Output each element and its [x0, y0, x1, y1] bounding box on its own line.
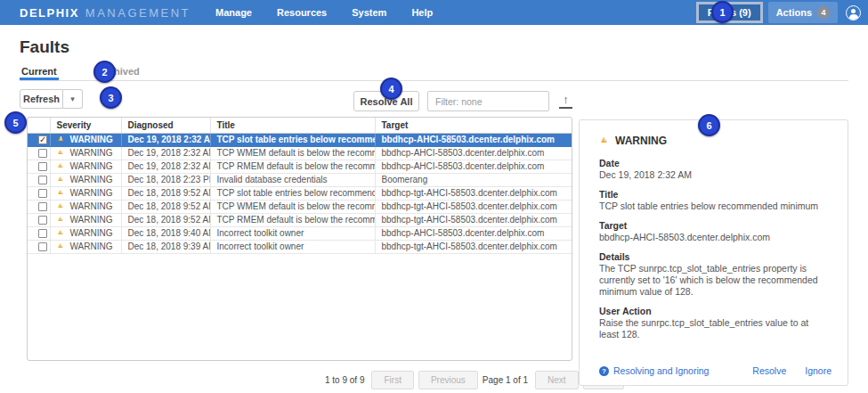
table-row[interactable]: WARNING Dec 18, 2018 9:52 AM TCP WMEM de… — [28, 200, 572, 213]
target-value: Boomerang — [375, 173, 572, 186]
export-icon[interactable]: ↑ — [559, 93, 572, 109]
diagnosed-value: Dec 18, 2018 9:40 AM — [121, 226, 210, 240]
table-row[interactable]: WARNING Dec 19, 2018 2:32 AM TCP slot ta… — [28, 133, 572, 146]
diagnosed-value: Dec 18, 2018 9:39 AM — [121, 240, 210, 253]
target-value: bbdhcp-tgt-AHCI-58503.dcenter.delphix.co… — [375, 213, 572, 226]
row-checkbox[interactable] — [38, 149, 47, 158]
fault-title-value: TCP WMEM default is below the recommende… — [210, 146, 375, 160]
page-title: Faults — [20, 37, 69, 57]
severity-value: WARNING — [70, 228, 113, 238]
severity-column-header[interactable]: Severity — [50, 118, 121, 133]
warning-icon — [57, 202, 67, 211]
delphix-logo: DELPHIX MANAGEMENT — [20, 6, 191, 20]
detail-date-label: Date — [599, 158, 828, 168]
table-row[interactable]: WARNING Dec 19, 2018 2:32 AM TCP RMEM de… — [28, 160, 572, 173]
row-checkbox[interactable] — [38, 176, 47, 184]
severity-value: WARNING — [70, 148, 113, 158]
nav-resources[interactable]: Resources — [277, 7, 327, 18]
annotation-badge-4: 4 — [380, 78, 402, 100]
faults-table: Severity Diagnosed Title Target WARNING … — [27, 117, 572, 361]
detail-target-label: Target — [599, 220, 828, 231]
fault-title-value: TCP slot table entries below recommended… — [210, 133, 375, 146]
nav-help[interactable]: Help — [411, 7, 433, 18]
row-checkbox[interactable] — [38, 162, 47, 171]
severity-value: WARNING — [70, 201, 113, 211]
diagnosed-value: Dec 18, 2018 9:52 AM — [121, 213, 210, 226]
diagnosed-value: Dec 18, 2018 2:23 PM — [121, 173, 210, 186]
resolve-link[interactable]: Resolve — [752, 365, 786, 376]
table-row[interactable]: WARNING Dec 18, 2018 2:23 PM Invalid dat… — [28, 173, 572, 186]
warning-icon — [57, 189, 67, 198]
user-avatar-icon[interactable] — [846, 5, 861, 20]
annotation-badge-6: 6 — [698, 114, 720, 136]
warning-icon — [57, 149, 67, 158]
top-header-bar: DELPHIX MANAGEMENT Manage Resources Syst… — [0, 0, 868, 25]
resolving-and-ignoring-link[interactable]: ? Resolving and Ignoring — [599, 365, 709, 376]
ignore-link[interactable]: Ignore — [805, 365, 831, 376]
tab-bar: Current Archived — [20, 66, 848, 81]
target-column-header[interactable]: Target — [375, 118, 572, 133]
nav-manage[interactable]: Manage — [215, 7, 252, 18]
fault-detail-panel: WARNING Date Dec 19, 2018 2:32 AM Title … — [579, 119, 848, 386]
detail-severity: WARNING — [615, 135, 667, 147]
table-row[interactable]: WARNING Dec 18, 2018 9:52 AM TCP slot ta… — [28, 186, 572, 200]
detail-date-value: Dec 19, 2018 2:32 AM — [599, 169, 828, 181]
first-page-button[interactable]: First — [371, 371, 413, 389]
fault-title-value: Incorrect toolkit owner — [210, 226, 375, 240]
diagnosed-value: Dec 19, 2018 2:32 AM — [121, 146, 210, 160]
row-checkbox[interactable] — [38, 189, 47, 198]
diagnosed-value: Dec 19, 2018 2:32 AM — [121, 133, 210, 146]
warning-icon — [57, 176, 67, 184]
target-value: bbdhcp-AHCI-58503.dcenter.delphix.com — [375, 160, 572, 173]
warning-icon — [57, 242, 67, 251]
warning-icon — [57, 216, 67, 225]
annotation-badge-5: 5 — [4, 111, 27, 134]
diagnosed-column-header[interactable]: Diagnosed — [121, 118, 210, 133]
row-checkbox[interactable] — [38, 135, 47, 144]
target-value: bbdhcp-tgt-AHCI-58503.dcenter.delphix.co… — [375, 240, 572, 253]
detail-user-action-value: Raise the sunrpc.tcp_slot_table_entries … — [599, 317, 828, 340]
fault-title-value: TCP RMEM default is below the recommende… — [210, 213, 375, 226]
top-nav: Manage Resources System Help — [215, 7, 458, 18]
title-column-header[interactable]: Title — [210, 118, 375, 133]
previous-page-button[interactable]: Previous — [418, 371, 478, 389]
refresh-button-group: Refresh ▾ — [20, 89, 83, 109]
row-checkbox[interactable] — [38, 229, 47, 238]
refresh-dropdown-caret-icon[interactable]: ▾ — [63, 89, 83, 109]
fault-title-value: Incorrect toolkit owner — [210, 240, 375, 253]
diagnosed-value: Dec 18, 2018 9:52 AM — [121, 200, 210, 213]
detail-target-value: bbdhcp-AHCI-58503.dcenter.delphix.com — [599, 232, 828, 243]
diagnosed-value: Dec 19, 2018 2:32 AM — [121, 160, 210, 173]
detail-title-label: Title — [599, 189, 828, 200]
detail-details-value: The TCP sunrpc.tcp_slot_table_entries pr… — [599, 263, 828, 298]
filter-input[interactable] — [427, 91, 549, 111]
row-checkbox[interactable] — [38, 202, 47, 211]
table-row[interactable]: WARNING Dec 18, 2018 9:40 AM Incorrect t… — [28, 226, 572, 240]
select-column-header — [28, 118, 50, 133]
table-row[interactable]: WARNING Dec 18, 2018 9:39 AM Incorrect t… — [28, 240, 572, 253]
warning-icon — [57, 135, 67, 144]
next-page-button[interactable]: Next — [535, 371, 579, 389]
warning-icon — [599, 135, 609, 146]
target-value: bbdhcp-AHCI-58503.dcenter.delphix.com — [375, 226, 572, 240]
fault-title-value: TCP WMEM default is below the recommende… — [210, 200, 375, 213]
table-row[interactable]: WARNING Dec 19, 2018 2:32 AM TCP WMEM de… — [28, 146, 572, 160]
brand-name: DELPHIX — [20, 6, 79, 20]
help-icon: ? — [599, 366, 609, 376]
target-value: bbdhcp-AHCI-58503.dcenter.delphix.com — [375, 133, 572, 146]
annotation-badge-2: 2 — [93, 61, 116, 83]
row-checkbox[interactable] — [38, 242, 47, 251]
nav-system[interactable]: System — [352, 7, 386, 18]
row-checkbox[interactable] — [38, 216, 47, 225]
help-link-label: Resolving and Ignoring — [613, 365, 709, 376]
target-value: bbdhcp-tgt-AHCI-58503.dcenter.delphix.co… — [375, 186, 572, 200]
actions-button[interactable]: Actions 4 — [768, 2, 838, 23]
fault-table-body: WARNING Dec 19, 2018 2:32 AM TCP slot ta… — [28, 133, 572, 253]
tab-current[interactable]: Current — [20, 66, 59, 80]
detail-user-action-label: User Action — [599, 306, 828, 316]
fault-title-value: Invalid database credentials — [210, 173, 375, 186]
detail-title-value: TCP slot table entries below recommended… — [599, 201, 828, 212]
refresh-button[interactable]: Refresh — [20, 89, 63, 109]
table-row[interactable]: WARNING Dec 18, 2018 9:52 AM TCP RMEM de… — [28, 213, 572, 226]
brand-suffix: MANAGEMENT — [85, 6, 191, 20]
